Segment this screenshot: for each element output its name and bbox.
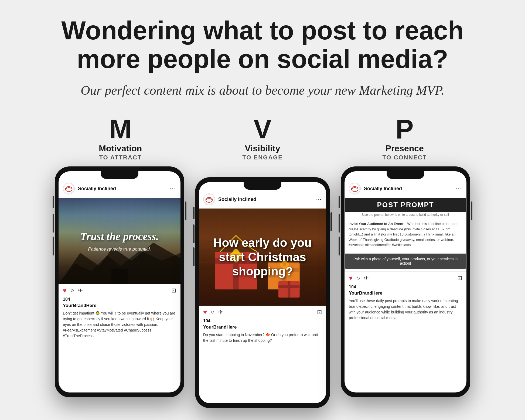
phone-notch-left bbox=[101, 171, 138, 179]
mvp-item-m: M Motivation TO ATTRACT bbox=[49, 115, 192, 161]
comment-icon-left[interactable]: ○ bbox=[70, 287, 74, 294]
caption-center: Do you start shopping in November? 🍁 Or … bbox=[199, 331, 326, 348]
heart-icon-center[interactable]: ♥ bbox=[203, 308, 207, 316]
page-container: Wondering what to post to reach more peo… bbox=[0, 0, 525, 420]
mvp-sub-v: TO ENGAGE bbox=[242, 154, 283, 161]
svg-point-32 bbox=[354, 186, 356, 188]
mvp-item-p: P Presence TO CONNECT bbox=[333, 115, 476, 161]
prompt-cta: Pair with a photo of yourself, your prod… bbox=[345, 254, 466, 269]
caption-right: You'll use these daily post prompts to m… bbox=[345, 297, 466, 325]
vol-down-left bbox=[53, 237, 54, 255]
avatar-left bbox=[63, 183, 75, 194]
post-prompt-subheader: Use the prompt below to write a post to … bbox=[345, 212, 466, 218]
comment-icon-right[interactable]: ○ bbox=[356, 275, 360, 282]
phone-presence: Socially Inclined ··· POST PROMPT Use th… bbox=[341, 166, 470, 397]
likes-center: 104 bbox=[199, 319, 326, 323]
dots-right: ··· bbox=[456, 185, 462, 192]
svg-point-2 bbox=[68, 186, 70, 188]
vol-down-right bbox=[339, 237, 340, 255]
power-button-left bbox=[185, 202, 186, 220]
post-image-christmas: How early do you start Christmas shoppin… bbox=[199, 209, 326, 306]
actions-left[interactable]: ♥ ○ ✈ ⊡ bbox=[59, 284, 180, 297]
christmas-text: How early do you start Christmas shoppin… bbox=[199, 230, 326, 284]
svg-point-8 bbox=[208, 197, 210, 199]
post-image-trust: Trust the process. Patience reveals true… bbox=[59, 198, 180, 284]
username-center: Socially Inclined bbox=[218, 197, 315, 202]
vol-up-center bbox=[193, 224, 195, 243]
dots-left: ··· bbox=[170, 185, 176, 192]
mvp-letter-v: V bbox=[254, 115, 272, 142]
mvp-letter-m: M bbox=[109, 115, 132, 142]
avatar-center bbox=[203, 193, 215, 205]
trust-sub-text: Patience reveals true potential. bbox=[80, 247, 159, 252]
likes-left: 104 bbox=[59, 297, 180, 302]
subtitle: Our perfect content mix is about to beco… bbox=[81, 81, 444, 99]
mvp-item-v: V Visibility TO ENGAGE bbox=[192, 115, 334, 161]
mute-button-right bbox=[339, 196, 340, 208]
username-left: Socially Inclined bbox=[78, 186, 170, 192]
caption-left: Don't get impatient 🙅‍♂️ You will ↑ to b… bbox=[59, 309, 180, 343]
username-right: Socially Inclined bbox=[364, 186, 456, 192]
share-icon-left[interactable]: ✈ bbox=[78, 287, 83, 294]
heart-icon-left[interactable]: ♥ bbox=[63, 287, 67, 294]
post-prompt-body: Invite Your Audience to An Event – Wheth… bbox=[345, 218, 466, 251]
vol-down-center bbox=[193, 247, 195, 266]
mvp-sub-p: TO CONNECT bbox=[382, 154, 427, 161]
share-icon-right[interactable]: ✈ bbox=[364, 275, 369, 282]
brand-right: YourBrandHere bbox=[345, 289, 466, 297]
dots-center: ··· bbox=[315, 196, 322, 203]
mvp-word-m: Motivation bbox=[99, 144, 142, 153]
svg-rect-5 bbox=[111, 269, 128, 284]
trust-main-text: Trust the process. bbox=[80, 230, 159, 243]
phones-row: Socially Inclined ··· Trust the process.… bbox=[26, 166, 499, 408]
phone-screen-center: Socially Inclined ··· bbox=[199, 182, 326, 403]
phone-screen-left: Socially Inclined ··· Trust the process.… bbox=[59, 171, 180, 392]
vol-up-right bbox=[339, 214, 340, 233]
mute-button-left bbox=[53, 196, 54, 208]
save-icon-left[interactable]: ⊡ bbox=[171, 287, 176, 294]
post-prompt-header: POST PROMPT bbox=[345, 198, 466, 212]
comment-icon-center[interactable]: ○ bbox=[211, 309, 214, 316]
mvp-sub-m: TO ATTRACT bbox=[99, 154, 142, 161]
phone-motivation: Socially Inclined ··· Trust the process.… bbox=[55, 166, 184, 397]
power-button-right bbox=[471, 202, 472, 220]
prompt-title: Invite Your Audience to An Event bbox=[349, 222, 403, 226]
phone-screen-right: Socially Inclined ··· POST PROMPT Use th… bbox=[345, 171, 466, 392]
insta-header-left: Socially Inclined ··· bbox=[59, 179, 180, 198]
share-icon-center[interactable]: ✈ bbox=[218, 309, 223, 316]
trust-text-overlay: Trust the process. Patience reveals true… bbox=[80, 230, 159, 252]
phone-notch-right bbox=[387, 171, 424, 179]
mute-button-center bbox=[193, 207, 195, 219]
save-icon-center[interactable]: ⊡ bbox=[317, 309, 322, 316]
main-headline: Wondering what to post to reach more peo… bbox=[33, 16, 492, 73]
save-icon-right[interactable]: ⊡ bbox=[457, 275, 462, 282]
phone-visibility: Socially Inclined ··· bbox=[195, 177, 330, 408]
insta-header-center: Socially Inclined ··· bbox=[199, 190, 326, 209]
likes-right: 104 bbox=[345, 285, 466, 289]
mvp-labels: M Motivation TO ATTRACT V Visibility TO … bbox=[33, 115, 492, 161]
heart-icon-right[interactable]: ♥ bbox=[349, 274, 353, 282]
actions-center[interactable]: ♥ ○ ✈ ⊡ bbox=[199, 306, 326, 319]
mvp-word-v: Visibility bbox=[245, 144, 280, 153]
brand-center: YourBrandHere bbox=[199, 323, 326, 331]
mvp-word-p: Presence bbox=[386, 144, 424, 153]
insta-header-right: Socially Inclined ··· bbox=[345, 179, 466, 198]
phone-notch-center bbox=[244, 182, 281, 190]
actions-right[interactable]: ♥ ○ ✈ ⊡ bbox=[345, 272, 466, 285]
post-prompt-card: POST PROMPT Use the prompt below to writ… bbox=[345, 198, 466, 272]
christmas-headline: How early do you start Christmas shoppin… bbox=[204, 236, 321, 278]
mvp-letter-p: P bbox=[396, 115, 414, 142]
avatar-right bbox=[349, 183, 361, 194]
brand-left: YourBrandHere bbox=[59, 302, 180, 309]
vol-up-left bbox=[53, 214, 54, 233]
power-button-center bbox=[330, 212, 332, 231]
